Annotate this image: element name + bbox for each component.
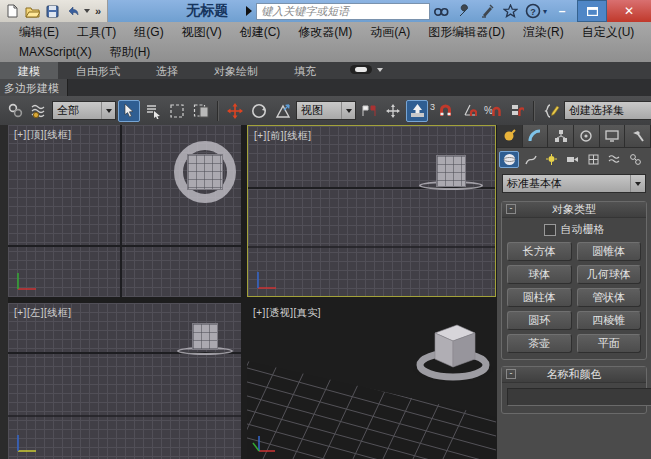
category-shapes[interactable]	[520, 151, 540, 168]
close-button[interactable]: ✕	[607, 0, 651, 22]
tab-motion[interactable]	[574, 125, 600, 147]
help-icon[interactable]: ?	[524, 2, 543, 20]
menu-help[interactable]: 帮助(H)	[101, 44, 160, 61]
favorites-star-icon[interactable]	[501, 2, 520, 20]
menu-views[interactable]: 视图(V)	[173, 24, 231, 41]
communication-icon[interactable]	[478, 2, 497, 20]
select-and-manipulate-icon[interactable]	[382, 100, 404, 122]
category-helpers[interactable]	[583, 151, 603, 168]
select-and-link-icon[interactable]	[4, 100, 26, 122]
wrench-icon[interactable]	[455, 2, 474, 20]
select-and-move-icon[interactable]	[224, 100, 246, 122]
box-object[interactable]	[192, 323, 218, 350]
percent-snap-toggle-icon[interactable]: %	[482, 100, 504, 122]
menu-tools[interactable]: 工具(T)	[68, 24, 125, 41]
select-object-button[interactable]	[118, 100, 140, 122]
category-lights[interactable]	[541, 151, 561, 168]
ribbon-tab-freeform[interactable]: 自由形式	[58, 62, 138, 79]
primitive-category-dropdown[interactable]: 标准基本体	[502, 174, 646, 193]
category-space-warps[interactable]	[604, 151, 624, 168]
select-and-scale-icon[interactable]	[272, 100, 294, 122]
bind-to-space-warp-icon[interactable]	[28, 100, 50, 122]
undo-dropdown-arrow[interactable]	[84, 9, 90, 13]
maximize-button[interactable]	[577, 0, 607, 22]
torus-button[interactable]: 圆环	[507, 311, 572, 330]
tab-create[interactable]	[497, 125, 523, 147]
save-icon[interactable]	[44, 3, 61, 20]
tab-hierarchy[interactable]	[548, 125, 574, 147]
title-bar: » 无标题 ? ▾ – ✕	[0, 0, 651, 22]
box-button[interactable]: 长方体	[507, 242, 572, 261]
viewport-front-active[interactable]: [+][前][线框]	[247, 125, 496, 297]
new-file-icon[interactable]	[4, 3, 21, 20]
viewport-perspective-label[interactable]: [+][透视][真实]	[253, 306, 321, 320]
use-pivot-center-button[interactable]	[406, 100, 428, 122]
sphere-button[interactable]: 球体	[507, 265, 572, 284]
ribbon-tab-selection[interactable]: 选择	[138, 62, 196, 79]
collapse-icon[interactable]: -	[506, 204, 516, 214]
search-icon[interactable]	[432, 2, 451, 20]
viewport-top[interactable]: [+][顶][线框]	[8, 125, 241, 297]
cone-button[interactable]: 圆锥体	[577, 242, 642, 261]
menu-create[interactable]: 创建(C)	[231, 24, 290, 41]
window-crossing-toggle-icon[interactable]	[190, 100, 212, 122]
selection-filter-value: 全部	[53, 103, 101, 118]
menu-rendering[interactable]: 渲染(R)	[514, 24, 573, 41]
snaps-toggle-icon[interactable]	[434, 100, 456, 122]
selection-filter-dropdown[interactable]: 全部	[52, 101, 116, 120]
undo-icon[interactable]	[64, 3, 81, 20]
pyramid-button[interactable]: 四棱锥	[577, 311, 642, 330]
ribbon-minimize-arrow-icon[interactable]	[377, 68, 383, 72]
tab-modify[interactable]	[523, 125, 549, 147]
cylinder-button[interactable]: 圆柱体	[507, 288, 572, 307]
search-history-icon[interactable]	[246, 6, 252, 16]
viewport-left[interactable]: [+][左][线框]	[8, 303, 241, 459]
select-by-name-icon[interactable]	[142, 100, 164, 122]
tab-display[interactable]	[600, 125, 626, 147]
plane-button[interactable]: 平面	[577, 334, 642, 353]
collapse-icon[interactable]: -	[506, 369, 516, 379]
viewport-top-label[interactable]: [+][顶][线框]	[14, 128, 72, 142]
named-selection-sets-dropdown[interactable]: 创建选择集	[564, 101, 651, 120]
box-object[interactable]	[436, 155, 466, 187]
ribbon-tab-populate[interactable]: 填充	[276, 62, 334, 79]
menu-edit[interactable]: 编辑(E)	[10, 24, 68, 41]
select-and-rotate-icon[interactable]	[248, 100, 270, 122]
ribbon-tab-modeling[interactable]: 建模	[0, 62, 58, 79]
window-controls: – ✕	[547, 0, 651, 22]
viewport-front-label[interactable]: [+][前][线框]	[254, 129, 312, 143]
viewport-perspective[interactable]: [+][透视][真实]	[247, 303, 496, 459]
minimize-button[interactable]: –	[547, 0, 577, 22]
ribbon-panel-polygon-modeling[interactable]: 多边形建模	[0, 79, 68, 96]
autogrid-checkbox[interactable]	[544, 224, 556, 236]
tab-utilities[interactable]	[625, 125, 651, 147]
reference-coordinate-dropdown[interactable]: 视图	[296, 101, 356, 120]
angle-snap-toggle-icon[interactable]	[458, 100, 480, 122]
category-geometry[interactable]	[499, 151, 519, 168]
category-cameras[interactable]	[562, 151, 582, 168]
name-color-header[interactable]: - 名称和颜色	[502, 367, 646, 383]
mirror-flags-icon[interactable]	[358, 100, 380, 122]
object-name-input[interactable]	[507, 388, 651, 406]
edit-named-selection-sets-icon[interactable]	[540, 100, 562, 122]
menu-maxscript[interactable]: MAXScript(X)	[10, 45, 101, 59]
category-systems[interactable]	[625, 151, 645, 168]
ribbon-minimize-icon[interactable]	[350, 65, 372, 74]
menu-animation[interactable]: 动画(A)	[361, 24, 419, 41]
menu-modifiers[interactable]: 修改器(M)	[289, 24, 361, 41]
menu-customize[interactable]: 自定义(U)	[573, 24, 644, 41]
viewport-left-label[interactable]: [+][左][线框]	[14, 306, 72, 320]
open-file-icon[interactable]	[24, 3, 41, 20]
more-tools-icon[interactable]: »	[93, 5, 103, 17]
menu-group[interactable]: 组(G)	[125, 24, 172, 41]
geosphere-button[interactable]: 几何球体	[577, 265, 642, 284]
box-object[interactable]	[187, 154, 223, 190]
teapot-button[interactable]: 茶壶	[507, 334, 572, 353]
menu-graph-editors[interactable]: 图形编辑器(D)	[419, 24, 514, 41]
tube-button[interactable]: 管状体	[577, 288, 642, 307]
ribbon-tab-object-paint[interactable]: 对象绘制	[196, 62, 276, 79]
spinner-snap-toggle-icon[interactable]	[506, 100, 528, 122]
object-type-header[interactable]: - 对象类型	[502, 202, 646, 218]
rectangular-selection-region-icon[interactable]	[166, 100, 188, 122]
search-input[interactable]	[256, 3, 430, 20]
